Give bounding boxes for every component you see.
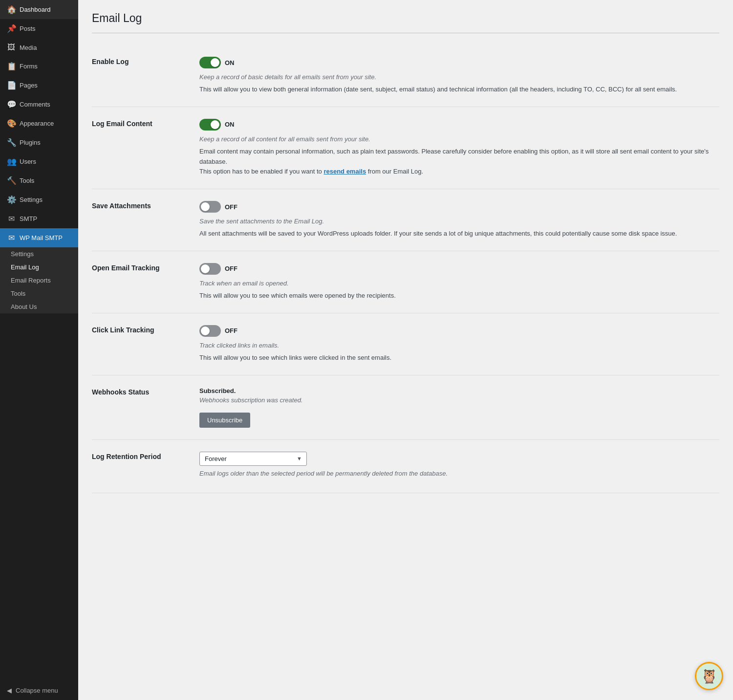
log-email-content-label: Log Email Content	[92, 119, 199, 128]
collapse-menu-button[interactable]: ◀ Collapse menu	[0, 681, 78, 700]
sidebar-label-media: Media	[20, 44, 37, 51]
main-content: Email Log Enable LogONKeep a record of b…	[78, 0, 733, 700]
sidebar: 🏠Dashboard📌Posts🖼Media📋Forms📄Pages💬Comme…	[0, 0, 78, 700]
sub-email-log[interactable]: Email Log	[0, 261, 78, 274]
sidebar-item-media[interactable]: 🖼Media	[0, 38, 78, 57]
sidebar-label-tools: Tools	[20, 177, 34, 184]
click-link-tracking-toggle[interactable]	[199, 325, 221, 337]
open-email-tracking-toggle-label: OFF	[225, 265, 237, 272]
sub-tools[interactable]: Tools	[0, 287, 78, 300]
tools-icon: 🔨	[7, 176, 16, 185]
sub-about-us[interactable]: About Us	[0, 300, 78, 313]
sub-settings[interactable]: Settings	[0, 247, 78, 261]
enable-log-toggle-label: ON	[225, 59, 235, 66]
enable-log-desc-normal: This will allow you to view both general…	[199, 85, 719, 95]
save-attachments-label: Save Attachments	[92, 201, 199, 210]
sidebar-label-dashboard: Dashboard	[20, 6, 51, 13]
sidebar-label-smtp: SMTP	[20, 215, 37, 222]
sidebar-label-appearance: Appearance	[20, 120, 54, 127]
webhooks-label: Webhooks Status	[92, 387, 199, 396]
appearance-icon: 🎨	[7, 119, 16, 128]
sidebar-item-forms[interactable]: 📋Forms	[0, 57, 78, 76]
sidebar-item-smtp[interactable]: ✉SMTP	[0, 209, 78, 228]
webhooks-desc: Webhooks subscription was created.	[199, 396, 719, 404]
smtp-icon: ✉	[7, 214, 16, 223]
collapse-icon: ◀	[7, 687, 12, 694]
webhooks-row: Webhooks Status Subscribed. Webhooks sub…	[92, 375, 719, 440]
sidebar-label-posts: Posts	[20, 25, 36, 32]
unsubscribe-button[interactable]: Unsubscribe	[199, 413, 250, 428]
settings-icon: ⚙️	[7, 195, 16, 204]
sidebar-label-comments: Comments	[20, 101, 50, 108]
mascot-avatar[interactable]: 🦉	[695, 662, 723, 690]
users-icon: 👥	[7, 157, 16, 166]
log-email-content-desc-italic: Keep a record of all content for all ema…	[199, 135, 719, 143]
log-email-content-content: ONKeep a record of all content for all e…	[199, 119, 719, 177]
enable-log-content: ONKeep a record of basic details for all…	[199, 57, 719, 95]
click-link-tracking-toggle-thumb	[201, 327, 210, 335]
sub-email-reports[interactable]: Email Reports	[0, 274, 78, 287]
log-email-content-toggle-row: ON	[199, 119, 719, 131]
open-email-tracking-toggle-thumb	[201, 264, 210, 273]
media-icon: 🖼	[7, 43, 16, 52]
click-link-tracking-toggle-label: OFF	[225, 327, 237, 334]
click-link-tracking-toggle-row: OFF	[199, 325, 719, 337]
enable-log-toggle[interactable]	[199, 57, 221, 68]
click-link-tracking-desc-normal: This will allow you to see which links w…	[199, 353, 719, 363]
log-email-content-desc-normal: Email content may contain personal infor…	[199, 147, 719, 177]
open-email-tracking-toggle[interactable]	[199, 263, 221, 275]
page-title: Email Log	[92, 12, 719, 33]
retention-select[interactable]: Forever1 Month3 Months6 Months1 Year	[199, 452, 307, 466]
open-email-tracking-desc-normal: This will allow you to see which emails …	[199, 291, 719, 301]
save-attachments-desc-normal: All sent attachments will be saved to yo…	[199, 229, 719, 239]
save-attachments-row: Save AttachmentsOFFSave the sent attachm…	[92, 189, 719, 251]
click-link-tracking-content: OFFTrack clicked links in emails.This wi…	[199, 325, 719, 363]
sidebar-item-posts[interactable]: 📌Posts	[0, 19, 78, 38]
sidebar-label-forms: Forms	[20, 63, 38, 70]
log-email-content-toggle-thumb	[211, 120, 219, 129]
sidebar-item-pages[interactable]: 📄Pages	[0, 76, 78, 95]
open-email-tracking-desc-italic: Track when an email is opened.	[199, 280, 719, 287]
log-email-content-toggle-label: ON	[225, 121, 235, 128]
enable-log-toggle-row: ON	[199, 57, 719, 68]
click-link-tracking-desc-italic: Track clicked links in emails.	[199, 342, 719, 349]
log-email-content-toggle[interactable]	[199, 119, 221, 131]
sidebar-item-users[interactable]: 👥Users	[0, 152, 78, 171]
save-attachments-toggle[interactable]	[199, 201, 221, 213]
dashboard-icon: 🏠	[7, 5, 16, 14]
mascot-icon: 🦉	[701, 668, 718, 684]
sidebar-item-tools[interactable]: 🔨Tools	[0, 171, 78, 190]
sidebar-item-settings[interactable]: ⚙️Settings	[0, 190, 78, 209]
retention-content: Forever1 Month3 Months6 Months1 Year ▼ E…	[199, 452, 719, 481]
enable-log-label: Enable Log	[92, 57, 199, 66]
posts-icon: 📌	[7, 24, 16, 33]
sidebar-item-comments[interactable]: 💬Comments	[0, 95, 78, 114]
sidebar-item-wp-mail-smtp[interactable]: ✉WP Mail SMTP	[0, 228, 78, 247]
resend-emails-link[interactable]: resend emails	[323, 168, 366, 175]
save-attachments-toggle-row: OFF	[199, 201, 719, 213]
sidebar-label-wp-mail-smtp: WP Mail SMTP	[20, 234, 63, 241]
wp-mail-smtp-icon: ✉	[7, 233, 16, 242]
enable-log-toggle-thumb	[211, 58, 219, 67]
webhooks-status: Subscribed.	[199, 387, 719, 394]
save-attachments-toggle-label: OFF	[225, 203, 237, 211]
enable-log-desc-italic: Keep a record of basic details for all e…	[199, 73, 719, 81]
open-email-tracking-label: Open Email Tracking	[92, 263, 199, 272]
webhooks-content: Subscribed. Webhooks subscription was cr…	[199, 387, 719, 428]
pages-icon: 📄	[7, 81, 16, 90]
open-email-tracking-toggle-row: OFF	[199, 263, 719, 275]
retention-select-wrapper: Forever1 Month3 Months6 Months1 Year ▼	[199, 452, 307, 466]
forms-icon: 📋	[7, 62, 16, 71]
comments-icon: 💬	[7, 100, 16, 109]
collapse-label: Collapse menu	[16, 687, 58, 694]
sidebar-item-dashboard[interactable]: 🏠Dashboard	[0, 0, 78, 19]
open-email-tracking-row: Open Email TrackingOFFTrack when an emai…	[92, 251, 719, 313]
save-attachments-desc-italic: Save the sent attachments to the Email L…	[199, 218, 719, 225]
retention-row: Log Retention Period Forever1 Month3 Mon…	[92, 440, 719, 493]
open-email-tracking-content: OFFTrack when an email is opened.This wi…	[199, 263, 719, 301]
sidebar-item-plugins[interactable]: 🔧Plugins	[0, 133, 78, 152]
sidebar-item-appearance[interactable]: 🎨Appearance	[0, 114, 78, 133]
sidebar-label-plugins: Plugins	[20, 139, 41, 146]
sidebar-label-users: Users	[20, 158, 36, 165]
click-link-tracking-label: Click Link Tracking	[92, 325, 199, 334]
